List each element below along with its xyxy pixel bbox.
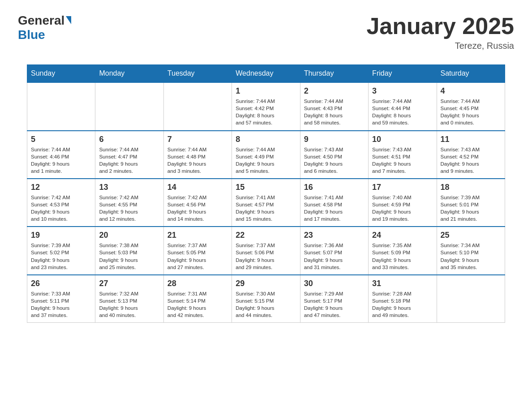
- day-number: 19: [31, 231, 91, 240]
- day-info: Sunrise: 7:44 AM Sunset: 4:49 PM Dayligh…: [236, 146, 296, 175]
- calendar-cell: 15Sunrise: 7:41 AM Sunset: 4:57 PM Dayli…: [232, 179, 300, 227]
- calendar-cell: 10Sunrise: 7:43 AM Sunset: 4:51 PM Dayli…: [369, 131, 437, 179]
- day-number: 18: [441, 183, 501, 192]
- calendar-cell: 1Sunrise: 7:44 AM Sunset: 4:42 PM Daylig…: [232, 82, 300, 130]
- day-info: Sunrise: 7:44 AM Sunset: 4:48 PM Dayligh…: [167, 146, 228, 175]
- day-info: Sunrise: 7:29 AM Sunset: 5:17 PM Dayligh…: [304, 290, 365, 319]
- day-info: Sunrise: 7:30 AM Sunset: 5:15 PM Dayligh…: [236, 290, 296, 319]
- day-number: 31: [372, 279, 433, 288]
- day-number: 4: [441, 86, 501, 96]
- day-number: 13: [99, 183, 159, 192]
- day-info: Sunrise: 7:40 AM Sunset: 4:59 PM Dayligh…: [372, 194, 433, 223]
- calendar-cell: 18Sunrise: 7:39 AM Sunset: 5:01 PM Dayli…: [437, 179, 505, 227]
- calendar-cell: [437, 275, 505, 323]
- calendar-cell: 11Sunrise: 7:43 AM Sunset: 4:52 PM Dayli…: [437, 131, 505, 179]
- day-info: Sunrise: 7:35 AM Sunset: 5:09 PM Dayligh…: [372, 242, 433, 270]
- calendar-cell: 9Sunrise: 7:43 AM Sunset: 4:50 PM Daylig…: [300, 131, 368, 179]
- day-number: 11: [441, 135, 501, 144]
- day-number: 3: [372, 86, 433, 96]
- location: Tereze, Russia: [366, 41, 514, 51]
- col-friday: Friday: [369, 65, 437, 83]
- calendar-table: Sunday Monday Tuesday Wednesday Thursday…: [27, 64, 505, 323]
- calendar-header-row: Sunday Monday Tuesday Wednesday Thursday…: [27, 65, 505, 83]
- day-number: 26: [31, 279, 91, 288]
- day-number: 10: [372, 135, 433, 144]
- day-info: Sunrise: 7:42 AM Sunset: 4:55 PM Dayligh…: [99, 194, 159, 223]
- calendar-row-3: 19Sunrise: 7:39 AM Sunset: 5:02 PM Dayli…: [27, 227, 505, 274]
- day-info: Sunrise: 7:28 AM Sunset: 5:18 PM Dayligh…: [372, 290, 433, 319]
- col-thursday: Thursday: [300, 65, 368, 83]
- calendar-cell: 21Sunrise: 7:37 AM Sunset: 5:05 PM Dayli…: [163, 227, 232, 274]
- calendar-cell: 4Sunrise: 7:44 AM Sunset: 4:45 PM Daylig…: [437, 82, 505, 130]
- day-number: 22: [236, 231, 296, 240]
- day-info: Sunrise: 7:41 AM Sunset: 4:58 PM Dayligh…: [304, 194, 365, 223]
- col-wednesday: Wednesday: [232, 65, 300, 83]
- calendar-cell: 5Sunrise: 7:44 AM Sunset: 4:46 PM Daylig…: [27, 131, 95, 179]
- calendar-cell: 20Sunrise: 7:38 AM Sunset: 5:03 PM Dayli…: [95, 227, 163, 274]
- col-monday: Monday: [95, 65, 163, 83]
- calendar-cell: [95, 82, 163, 130]
- day-info: Sunrise: 7:44 AM Sunset: 4:42 PM Dayligh…: [236, 98, 296, 126]
- day-info: Sunrise: 7:39 AM Sunset: 5:02 PM Dayligh…: [31, 242, 91, 270]
- day-info: Sunrise: 7:34 AM Sunset: 5:10 PM Dayligh…: [441, 242, 501, 270]
- day-number: 8: [236, 135, 296, 144]
- day-info: Sunrise: 7:44 AM Sunset: 4:46 PM Dayligh…: [31, 146, 91, 175]
- day-number: 27: [99, 279, 159, 288]
- day-info: Sunrise: 7:42 AM Sunset: 4:53 PM Dayligh…: [31, 194, 91, 223]
- day-info: Sunrise: 7:37 AM Sunset: 5:06 PM Dayligh…: [236, 242, 296, 270]
- month-title: January 2025: [366, 13, 514, 39]
- calendar-cell: 27Sunrise: 7:32 AM Sunset: 5:13 PM Dayli…: [95, 275, 163, 323]
- day-number: 28: [167, 279, 228, 288]
- day-number: 17: [372, 183, 433, 192]
- day-info: Sunrise: 7:42 AM Sunset: 4:56 PM Dayligh…: [167, 194, 228, 223]
- day-info: Sunrise: 7:43 AM Sunset: 4:51 PM Dayligh…: [372, 146, 433, 175]
- day-info: Sunrise: 7:41 AM Sunset: 4:57 PM Dayligh…: [236, 194, 296, 223]
- day-info: Sunrise: 7:44 AM Sunset: 4:43 PM Dayligh…: [304, 98, 365, 126]
- day-info: Sunrise: 7:44 AM Sunset: 4:44 PM Dayligh…: [372, 98, 433, 126]
- calendar-cell: [27, 82, 95, 130]
- logo-blue-text: Blue: [18, 28, 45, 42]
- day-info: Sunrise: 7:31 AM Sunset: 5:14 PM Dayligh…: [167, 290, 228, 319]
- calendar-row-1: 5Sunrise: 7:44 AM Sunset: 4:46 PM Daylig…: [27, 131, 505, 179]
- calendar-cell: 23Sunrise: 7:36 AM Sunset: 5:07 PM Dayli…: [300, 227, 368, 274]
- day-number: 20: [99, 231, 159, 240]
- day-number: 29: [236, 279, 296, 288]
- day-info: Sunrise: 7:37 AM Sunset: 5:05 PM Dayligh…: [167, 242, 228, 270]
- calendar-cell: 14Sunrise: 7:42 AM Sunset: 4:56 PM Dayli…: [163, 179, 232, 227]
- logo-general-text: General: [18, 13, 64, 28]
- calendar-cell: 22Sunrise: 7:37 AM Sunset: 5:06 PM Dayli…: [232, 227, 300, 274]
- day-info: Sunrise: 7:36 AM Sunset: 5:07 PM Dayligh…: [304, 242, 365, 270]
- calendar-row-4: 26Sunrise: 7:33 AM Sunset: 5:11 PM Dayli…: [27, 275, 505, 323]
- col-saturday: Saturday: [437, 65, 505, 83]
- page-header: General Blue January 2025 Tereze, Russia: [9, 9, 523, 56]
- day-number: 5: [31, 135, 91, 144]
- day-info: Sunrise: 7:39 AM Sunset: 5:01 PM Dayligh…: [441, 194, 501, 223]
- day-number: 6: [99, 135, 159, 144]
- logo-triangle-icon: [66, 16, 71, 24]
- calendar-cell: 24Sunrise: 7:35 AM Sunset: 5:09 PM Dayli…: [369, 227, 437, 274]
- day-info: Sunrise: 7:44 AM Sunset: 4:45 PM Dayligh…: [441, 98, 501, 126]
- calendar-cell: 3Sunrise: 7:44 AM Sunset: 4:44 PM Daylig…: [369, 82, 437, 130]
- calendar-cell: 6Sunrise: 7:44 AM Sunset: 4:47 PM Daylig…: [95, 131, 163, 179]
- day-number: 14: [167, 183, 228, 192]
- calendar-cell: 2Sunrise: 7:44 AM Sunset: 4:43 PM Daylig…: [300, 82, 368, 130]
- calendar-cell: 12Sunrise: 7:42 AM Sunset: 4:53 PM Dayli…: [27, 179, 95, 227]
- col-tuesday: Tuesday: [163, 65, 232, 83]
- calendar-cell: 25Sunrise: 7:34 AM Sunset: 5:10 PM Dayli…: [437, 227, 505, 274]
- title-section: January 2025 Tereze, Russia: [366, 13, 514, 51]
- day-info: Sunrise: 7:43 AM Sunset: 4:50 PM Dayligh…: [304, 146, 365, 175]
- calendar-cell: 16Sunrise: 7:41 AM Sunset: 4:58 PM Dayli…: [300, 179, 368, 227]
- calendar-row-2: 12Sunrise: 7:42 AM Sunset: 4:53 PM Dayli…: [27, 179, 505, 227]
- calendar-cell: 19Sunrise: 7:39 AM Sunset: 5:02 PM Dayli…: [27, 227, 95, 274]
- col-sunday: Sunday: [27, 65, 95, 83]
- day-number: 16: [304, 183, 365, 192]
- day-number: 1: [236, 86, 296, 96]
- calendar-cell: 7Sunrise: 7:44 AM Sunset: 4:48 PM Daylig…: [163, 131, 232, 179]
- day-number: 7: [167, 135, 228, 144]
- calendar-cell: [163, 82, 232, 130]
- day-number: 9: [304, 135, 365, 144]
- logo: General Blue: [18, 13, 71, 42]
- day-number: 24: [372, 231, 433, 240]
- day-info: Sunrise: 7:33 AM Sunset: 5:11 PM Dayligh…: [31, 290, 91, 319]
- calendar-cell: 17Sunrise: 7:40 AM Sunset: 4:59 PM Dayli…: [369, 179, 437, 227]
